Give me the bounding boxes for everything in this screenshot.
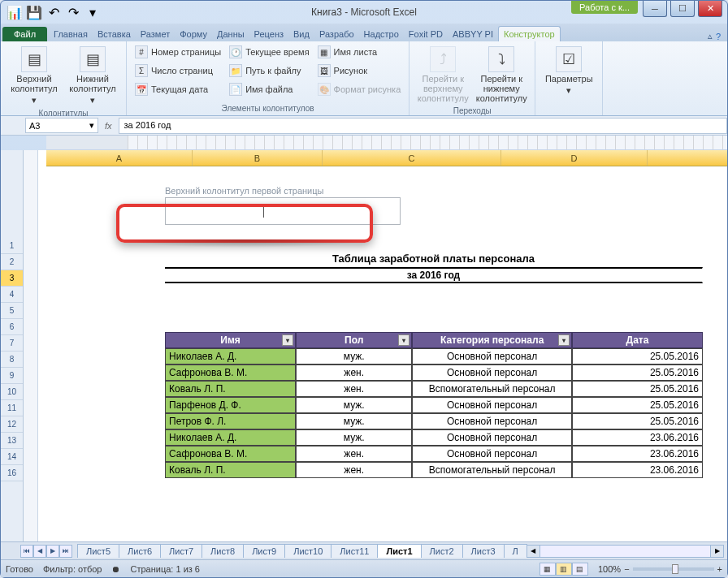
save-icon[interactable]: 💾 (25, 3, 43, 21)
cell-sex[interactable]: муж. (296, 413, 412, 429)
picture-button[interactable]: 🖼Рисунок (314, 62, 405, 80)
col-header[interactable]: A (46, 150, 193, 166)
cell-date[interactable]: 25.05.2016 (572, 397, 703, 413)
cell-sex[interactable]: жен. (296, 381, 412, 397)
filter-dropdown-icon[interactable]: ▾ (558, 334, 570, 346)
formula-input[interactable]: за 2016 год (119, 118, 727, 134)
cell-date[interactable]: 23.06.2016 (572, 429, 703, 446)
tab-formulas[interactable]: Форму (175, 27, 212, 41)
record-macro-icon[interactable]: ⏺ (111, 564, 120, 574)
minimize-button[interactable]: ─ (643, 1, 667, 17)
next-sheet-button[interactable]: ▶ (46, 545, 59, 558)
row-header[interactable]: 11 (1, 400, 23, 416)
col-header[interactable]: D (501, 150, 648, 166)
cell-name[interactable]: Николаев А. Д. (165, 429, 296, 446)
goto-bottom-header-button[interactable]: ⤵Перейти к нижнему колонтитулу (473, 43, 530, 106)
sheet-name-button[interactable]: ▦Имя листа (314, 43, 405, 61)
row-header[interactable]: 13 (1, 433, 23, 449)
zoom-thumb[interactable] (672, 564, 678, 574)
sheet-tab[interactable]: Лист2 (421, 544, 463, 558)
row-header[interactable]: 16 (1, 465, 23, 481)
col-header-sex[interactable]: Пол▾ (296, 332, 412, 348)
cell-category[interactable]: Основной персонал (412, 446, 572, 462)
row-header[interactable]: 8 (1, 352, 23, 368)
maximize-button[interactable]: ☐ (670, 1, 695, 17)
sheet-tab[interactable]: Лист3 (462, 544, 505, 558)
filter-dropdown-icon[interactable]: ▾ (282, 334, 293, 346)
sheet-tab[interactable]: Лист6 (119, 544, 161, 558)
tab-data[interactable]: Данны (212, 27, 249, 41)
tab-abbyy[interactable]: ABBYY PI (448, 27, 498, 41)
cell-name[interactable]: Сафронова В. М. (165, 364, 296, 381)
cell-category[interactable]: Основной персонал (412, 397, 572, 413)
current-date-button[interactable]: 📅Текущая дата (132, 80, 224, 98)
page-number-button[interactable]: #Номер страницы (132, 43, 224, 61)
file-tab[interactable]: Файл (2, 27, 47, 41)
row-header[interactable]: 3 (1, 270, 23, 287)
help-icon[interactable]: ? (716, 32, 721, 41)
col-header-date[interactable]: Дата (572, 332, 703, 348)
cell-category[interactable]: Вспомогательный персонал (412, 381, 572, 397)
fx-button[interactable]: fx (98, 121, 119, 131)
table-title[interactable]: Таблица заработной платы персонала (165, 251, 703, 267)
cell-name[interactable]: Парфенов Д. Ф. (165, 397, 296, 413)
scroll-left-button[interactable]: ◀ (527, 546, 540, 557)
row-header[interactable]: 6 (1, 319, 23, 335)
file-path-button[interactable]: 📁Путь к файлу (226, 62, 312, 80)
cell-name[interactable]: Коваль Л. П. (165, 462, 296, 478)
top-header-button[interactable]: ▤ Верхний колонтитул▾ (6, 43, 63, 109)
redo-icon[interactable]: ↷ (64, 3, 82, 21)
cell-name[interactable]: Петров Ф. Л. (165, 413, 296, 429)
page-layout-view-button[interactable]: ▥ (556, 563, 572, 576)
sheet-tab[interactable]: Лист10 (284, 544, 332, 558)
tab-developer[interactable]: Разрабо (314, 27, 359, 41)
row-header[interactable]: 4 (1, 287, 23, 303)
row-header[interactable]: 1 (1, 238, 23, 254)
options-button[interactable]: ☑Параметры▾ (540, 43, 597, 113)
normal-view-button[interactable]: ▦ (540, 563, 556, 576)
last-sheet-button[interactable]: ⏭ (59, 545, 72, 558)
sheet-tab[interactable]: Лист8 (202, 544, 244, 558)
undo-icon[interactable]: ↶ (45, 3, 63, 21)
cell-category[interactable]: Основной персонал (412, 348, 572, 364)
cell-date[interactable]: 25.05.2016 (572, 381, 703, 397)
cell-category[interactable]: Основной персонал (412, 429, 572, 446)
file-name-button[interactable]: 📄Имя файла (226, 80, 312, 98)
col-header-name[interactable]: Имя▾ (165, 332, 296, 348)
page-break-view-button[interactable]: ▤ (572, 563, 588, 576)
table-subtitle[interactable]: за 2016 год (165, 267, 703, 283)
cell-date[interactable]: 25.05.2016 (572, 413, 703, 429)
minimize-ribbon-icon[interactable]: ▵ (708, 31, 713, 41)
sheet-tab-active[interactable]: Лист1 (377, 544, 421, 558)
header-left-input[interactable] (165, 197, 401, 225)
cell-sex[interactable]: муж. (296, 348, 412, 364)
cell-date[interactable]: 25.05.2016 (572, 364, 703, 381)
excel-icon[interactable]: 📊 (6, 3, 24, 21)
zoom-slider[interactable] (633, 567, 714, 571)
row-header[interactable]: 10 (1, 384, 23, 400)
horizontal-scrollbar[interactable]: ◀ ▶ (526, 545, 724, 558)
row-header[interactable]: 12 (1, 416, 23, 433)
row-header[interactable]: 14 (1, 449, 23, 465)
cell-sex[interactable]: муж. (296, 429, 412, 446)
col-header-category[interactable]: Категория персонала▾ (412, 332, 572, 348)
filter-dropdown-icon[interactable]: ▾ (398, 334, 410, 346)
cell-name[interactable]: Коваль Л. П. (165, 381, 296, 397)
cell-category[interactable]: Основной персонал (412, 364, 572, 381)
chevron-down-icon[interactable]: ▾ (89, 120, 94, 131)
tab-design[interactable]: Конструктор (498, 26, 561, 41)
sheet-tab[interactable]: Лист5 (77, 544, 119, 558)
row-header[interactable]: 5 (1, 303, 23, 319)
cell-date[interactable]: 25.05.2016 (572, 348, 703, 364)
tab-layout[interactable]: Размет (136, 27, 175, 41)
tab-home[interactable]: Главная (49, 27, 93, 41)
sheet-tab[interactable]: Лист11 (331, 544, 378, 558)
tab-foxit[interactable]: Foxit PD (404, 27, 448, 41)
col-header[interactable]: B (193, 150, 323, 166)
cell-sex[interactable]: жен. (296, 364, 412, 381)
page-count-button[interactable]: ΣЧисло страниц (132, 62, 224, 80)
cell-sex[interactable]: жен. (296, 462, 412, 478)
tab-insert[interactable]: Вставка (93, 27, 136, 41)
zoom-in-button[interactable]: + (717, 564, 722, 574)
cell-date[interactable]: 23.06.2016 (572, 446, 703, 462)
